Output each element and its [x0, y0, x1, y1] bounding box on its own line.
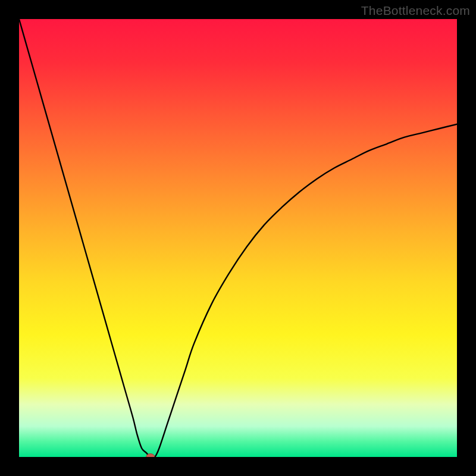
- plot-area: [19, 19, 457, 457]
- watermark-text: TheBottleneck.com: [361, 4, 470, 18]
- bottleneck-chart: [19, 19, 457, 457]
- gradient-background: [19, 19, 457, 457]
- chart-frame: TheBottleneck.com: [0, 0, 476, 476]
